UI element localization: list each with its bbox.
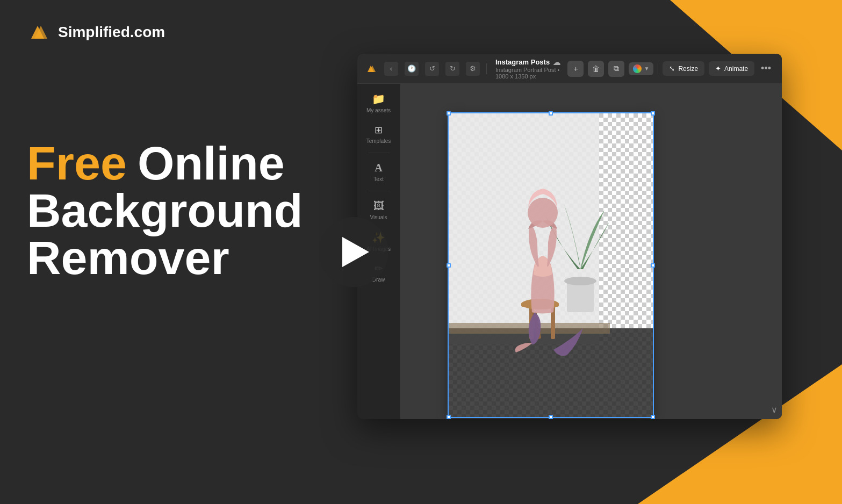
header-divider bbox=[486, 63, 487, 74]
app-mockup: ‹ 🕐 ↺ ↻ ⚙ Instagram Posts ☁ Instagram Po… bbox=[357, 54, 782, 419]
design-canvas bbox=[449, 113, 653, 417]
redo-button[interactable]: ↻ bbox=[445, 62, 459, 76]
svg-point-8 bbox=[564, 277, 596, 285]
sidebar-divider-2 bbox=[368, 191, 390, 191]
svg-point-14 bbox=[528, 198, 558, 228]
app-logo-small-icon bbox=[366, 63, 378, 75]
hero-online-word: Online bbox=[138, 140, 285, 187]
play-video-button[interactable] bbox=[319, 217, 388, 287]
my-assets-icon: 📁 bbox=[372, 92, 385, 105]
sidebar-item-templates[interactable]: ⊞ Templates bbox=[361, 120, 397, 148]
fill-color-swatch bbox=[633, 64, 642, 73]
cloud-save-icon: ☁ bbox=[553, 58, 560, 67]
resize-button[interactable]: ⤡ Resize bbox=[663, 61, 704, 76]
visuals-icon: 🖼 bbox=[373, 200, 384, 212]
visuals-label: Visuals bbox=[370, 214, 387, 220]
toolbar-divider bbox=[658, 63, 658, 74]
scroll-down-indicator[interactable]: ∨ bbox=[771, 405, 778, 415]
app-header: ‹ 🕐 ↺ ↻ ⚙ Instagram Posts ☁ Instagram Po… bbox=[357, 54, 782, 84]
app-canvas: ∨ bbox=[400, 84, 782, 419]
settings-button[interactable]: ⚙ bbox=[466, 62, 480, 76]
document-subtitle: Instagram Portrait Post • 1080 x 1350 px bbox=[495, 67, 561, 80]
svg-rect-5 bbox=[449, 328, 653, 417]
hero-background-word: Background bbox=[27, 187, 303, 234]
sidebar-item-my-assets[interactable]: 📁 My assets bbox=[361, 88, 397, 118]
undo-button[interactable]: ↺ bbox=[425, 62, 439, 76]
more-options-button[interactable]: ••• bbox=[759, 63, 773, 74]
text-icon: A bbox=[375, 162, 382, 174]
sidebar-divider-1 bbox=[368, 153, 390, 153]
templates-icon: ⊞ bbox=[375, 124, 383, 136]
yoga-image bbox=[449, 113, 653, 417]
text-label: Text bbox=[373, 176, 383, 182]
play-icon bbox=[342, 237, 369, 267]
brand-name: Simplified.com bbox=[58, 24, 165, 41]
animate-button[interactable]: ✦ Animate bbox=[709, 61, 754, 76]
hero-remover-word: Remover bbox=[27, 234, 303, 282]
document-name: Instagram Posts bbox=[495, 58, 550, 66]
templates-label: Templates bbox=[366, 138, 391, 144]
fill-color-button[interactable]: ▼ bbox=[629, 62, 653, 75]
history-button[interactable]: 🕐 bbox=[405, 62, 419, 76]
hero-text-block: Free Online Background Remover bbox=[27, 140, 303, 282]
my-assets-label: My assets bbox=[366, 107, 391, 113]
back-button[interactable]: ‹ bbox=[384, 62, 398, 76]
add-element-button[interactable]: + bbox=[567, 61, 584, 77]
sidebar-item-text[interactable]: A Text bbox=[361, 157, 397, 186]
logo-area[interactable]: Simplified.com bbox=[27, 19, 165, 45]
fill-chevron-icon: ▼ bbox=[644, 66, 649, 71]
header-actions: + 🗑 ⧉ ▼ ⤡ Resize ✦ Animate ••• bbox=[567, 61, 773, 77]
delete-element-button[interactable]: 🗑 bbox=[588, 61, 604, 77]
hero-free-word: Free bbox=[27, 140, 127, 187]
brand-logo-icon bbox=[27, 19, 53, 45]
document-title: Instagram Posts ☁ Instagram Portrait Pos… bbox=[495, 58, 561, 80]
app-body: 📁 My assets ⊞ Templates A Text 🖼 Visuals… bbox=[357, 84, 782, 419]
duplicate-element-button[interactable]: ⧉ bbox=[608, 61, 624, 77]
